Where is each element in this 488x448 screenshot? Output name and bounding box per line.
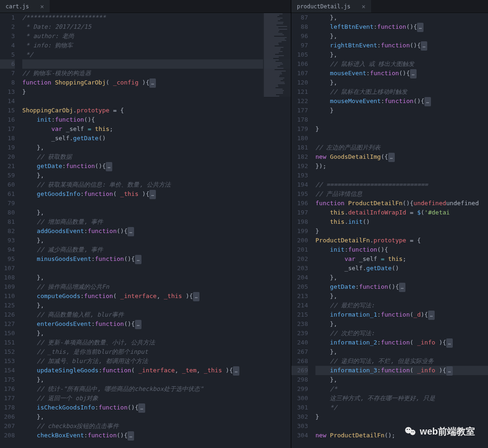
code-line[interactable]: // 递归的写法, 不烂, 但是实际业务 xyxy=(315,357,488,366)
code-line[interactable]: }, xyxy=(22,412,291,422)
code-line[interactable]: }, xyxy=(315,32,488,41)
code-line[interactable]: }, xyxy=(22,301,291,310)
code-line[interactable]: // 加减号、blur方法, 都调用这个方法 xyxy=(22,357,291,366)
code-line[interactable] xyxy=(22,59,291,69)
code-line[interactable]: function ProductDetailFn(){undefinedunde… xyxy=(315,199,488,208)
code-line[interactable] xyxy=(22,264,291,273)
code-line[interactable]: information_2:function( _info ){… xyxy=(315,338,488,347)
code-line[interactable]: }, xyxy=(315,375,488,384)
code-line[interactable]: computeGoods:function( _interface, _this… xyxy=(22,292,291,301)
code-line[interactable]: getDate:function(){… xyxy=(315,282,488,292)
code-line[interactable]: updateSingleGoods:function( _interface, … xyxy=(22,366,291,375)
code-line[interactable]: var _self = this; xyxy=(22,124,291,134)
code-line[interactable]: }, xyxy=(315,347,488,357)
code-line[interactable]: }, xyxy=(22,208,291,217)
code-line[interactable]: }, xyxy=(315,292,488,301)
code-line[interactable]: // 最烂的写法: xyxy=(315,301,488,310)
code-line[interactable]: * author: 老尚 xyxy=(22,32,291,41)
code-line[interactable]: }, xyxy=(22,375,291,384)
code-line[interactable]: }, xyxy=(22,171,291,180)
code-line[interactable]: /* xyxy=(315,384,488,394)
code-line[interactable]: } xyxy=(315,124,488,134)
code-line[interactable]: } xyxy=(315,106,488,115)
code-line[interactable]: // 左边的产品图片列表 xyxy=(315,143,488,152)
code-line[interactable]: // 操作商品增减的公共Fn xyxy=(22,282,291,292)
code-line[interactable]: * info: 购物车 xyxy=(22,41,291,50)
code-line[interactable]: getGoodsInfo:function( _this ){… xyxy=(22,189,291,199)
code-line[interactable]: // 获取数据 xyxy=(22,152,291,162)
code-line[interactable]: // 产品详情信息 xyxy=(315,189,488,199)
code-line[interactable]: enterGoodsEvent:function(){… xyxy=(22,319,291,329)
code-body-right[interactable]: 8788969710510610712012112217717817918018… xyxy=(291,13,488,448)
code-line[interactable]: ShoppingCarObj.prototype = { xyxy=(22,106,291,115)
code-line[interactable]: * Date: 2017/12/15 xyxy=(22,22,291,32)
code-right[interactable]: }, leftBtnEvent:function(){… }, rightBtn… xyxy=(313,13,488,448)
code-line[interactable]: // 鼠标在大图上移动时触发 xyxy=(315,87,488,97)
code-line[interactable]: } xyxy=(22,87,291,97)
code-line[interactable]: }, xyxy=(315,273,488,282)
code-line[interactable]: _self.getDate() xyxy=(315,264,488,273)
code-line[interactable]: }, xyxy=(315,13,488,22)
code-line[interactable]: _self.getDate() xyxy=(22,134,291,143)
minimap-left[interactable] xyxy=(263,13,291,97)
code-line[interactable]: // 商品数量输入框, blur事件 xyxy=(22,310,291,319)
code-line[interactable]: init:function(){ xyxy=(315,245,488,254)
code-line[interactable]: // 减少商品数量, 事件 xyxy=(22,245,291,254)
code-line[interactable]: }, xyxy=(22,329,291,338)
code-line[interactable] xyxy=(22,199,291,208)
code-line[interactable]: }, xyxy=(22,143,291,152)
code-line[interactable]: getDate:function(){… xyxy=(22,162,291,171)
code-line[interactable]: mouseEvent:function(){… xyxy=(315,69,488,78)
code-line[interactable]: // 鼠标进入 或 移出大图触发 xyxy=(315,59,488,69)
code-line[interactable]: ProductDetailFn.prototype = { xyxy=(315,236,488,245)
code-line[interactable]: information_3:function( _info ){… xyxy=(315,366,488,375)
code-line[interactable]: }, xyxy=(315,50,488,59)
code-line[interactable]: // 返回一个 obj对象 xyxy=(22,394,291,403)
code-line[interactable]: // checkbox按钮的点击事件 xyxy=(22,422,291,431)
code-line[interactable]: new GoodsDetailImg({… xyxy=(315,152,488,162)
code-line[interactable]: // ============================ xyxy=(315,180,488,189)
code-line[interactable]: isCheckGoodsInfo:function(){… xyxy=(22,403,291,412)
code-line[interactable] xyxy=(315,134,488,143)
code-line[interactable]: mouseMoveEvent:function(){… xyxy=(315,97,488,106)
code-line[interactable]: 这三种方式, 不存在哪一种更好, 只是 xyxy=(315,394,488,403)
code-body-left[interactable]: 1234567813141516171819202159606179808182… xyxy=(0,13,291,448)
code-line[interactable]: rightBtnEvent:function(){… xyxy=(315,41,488,50)
close-icon[interactable]: × xyxy=(362,3,366,10)
code-line[interactable]: }, xyxy=(315,319,488,329)
code-line[interactable]: // 增加商品数量, 事件 xyxy=(22,217,291,227)
code-line[interactable] xyxy=(315,171,488,180)
code-line[interactable]: } xyxy=(315,227,488,236)
tab-productdetail-js[interactable]: productDetail.js × xyxy=(291,0,372,13)
code-line[interactable]: // 更新-单项商品的数量、小计, 公共方法 xyxy=(22,338,291,347)
code-line[interactable]: init:function(){ xyxy=(22,115,291,124)
line-number: 97 xyxy=(291,41,308,50)
code-line[interactable]: } xyxy=(315,412,488,422)
code-line[interactable]: this.init() xyxy=(315,217,488,227)
code-line[interactable]: }, xyxy=(22,236,291,245)
code-line[interactable]: // 统计-"所有商品中, 哪些商品的checkbox处于选中状态" xyxy=(22,384,291,394)
code-line[interactable]: this.detailInfoWrapId = $('#detai xyxy=(315,208,488,217)
code-line[interactable]: /********************** xyxy=(22,13,291,22)
code-line[interactable]: */ xyxy=(22,50,291,59)
code-line[interactable]: // 购物车-模块的构造器 xyxy=(22,69,291,78)
code-line[interactable]: var _self = this; xyxy=(315,254,488,264)
code-line[interactable]: checkBoxEvent:function(){… xyxy=(22,431,291,440)
code-line[interactable]: }, xyxy=(315,78,488,87)
code-line[interactable]: minusGoodsEvent:function(){… xyxy=(22,254,291,264)
code-line[interactable]: }); xyxy=(315,162,488,171)
code-line[interactable]: addGoodsEvent:function(){… xyxy=(22,227,291,236)
code-line[interactable]: leftBtnEvent:function(){… xyxy=(315,22,488,32)
code-line[interactable]: // 次烂的写法: xyxy=(315,329,488,338)
code-line[interactable]: information_1:function(_d){… xyxy=(315,310,488,319)
code-line[interactable]: // _this, 是你当前blur的那个input xyxy=(22,347,291,357)
code-line[interactable]: }, xyxy=(22,273,291,282)
code-line[interactable]: // 获取某项商品的信息: 单价、数量, 公共方法 xyxy=(22,180,291,189)
code-line[interactable] xyxy=(22,97,291,106)
code-line[interactable]: */ xyxy=(315,403,488,412)
code-left[interactable]: /********************** * Date: 2017/12/… xyxy=(19,13,291,448)
code-line[interactable] xyxy=(315,115,488,124)
tab-cart-js[interactable]: cart.js × xyxy=(0,0,50,13)
close-icon[interactable]: × xyxy=(40,3,44,10)
code-line[interactable]: function ShoppingCarObj( _config ){… xyxy=(22,78,291,87)
